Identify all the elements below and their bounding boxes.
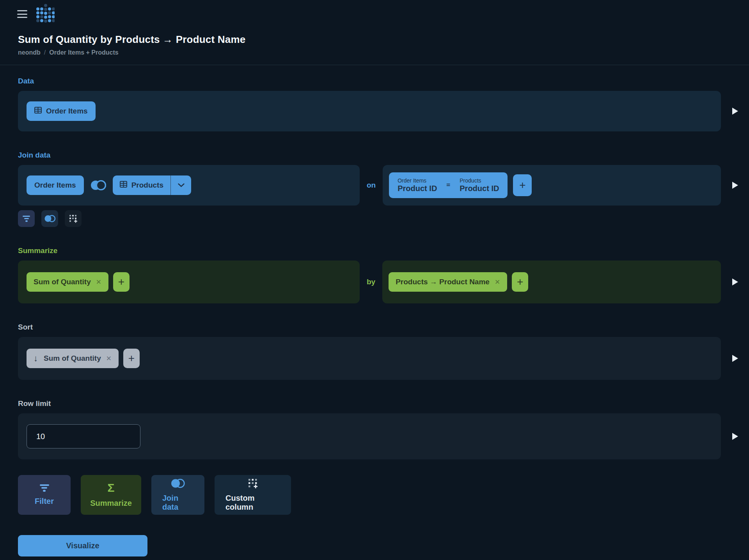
header: Sum of Quantity by Products → Product Na…	[0, 24, 749, 65]
play-icon	[732, 278, 738, 285]
join-right-table-label: Products	[131, 181, 163, 190]
visualize-label: Visualize	[66, 541, 99, 550]
row-limit-section-label: Row limit	[18, 399, 749, 408]
top-bar	[0, 0, 749, 24]
join-section-row: Order Items	[18, 165, 749, 206]
play-icon	[732, 355, 738, 362]
breadcrumb: neondb / Order Items + Products	[18, 49, 721, 56]
sort-direction-icon[interactable]: ↓	[34, 353, 38, 363]
join-action-label: Join data	[162, 494, 193, 512]
add-join-step-button[interactable]	[41, 210, 58, 227]
metric-chip[interactable]: Sum of Quantity ✕	[27, 272, 108, 292]
add-metric-button[interactable]: +	[113, 272, 130, 292]
row-limit-preview-button[interactable]	[721, 413, 749, 459]
row-limit-section-row	[18, 413, 749, 459]
data-section-row: Order Items	[18, 91, 749, 131]
sort-field-label: Sum of Quantity	[44, 354, 101, 363]
row-limit-input[interactable]	[27, 424, 140, 448]
condition-left-column: Product ID	[398, 184, 437, 193]
condition-left-table: Order Items	[398, 177, 437, 184]
join-icon	[44, 214, 56, 223]
breakout-chip[interactable]: Products → Product Name ✕	[389, 272, 507, 292]
summarize-breakout-card: Products → Product Name ✕ +	[382, 261, 721, 303]
summarize-action-label: Summarize	[90, 499, 132, 508]
metric-label: Sum of Quantity	[34, 278, 91, 286]
menu-icon[interactable]	[17, 10, 27, 18]
join-action-button[interactable]: Join data	[151, 475, 204, 515]
page-title: Sum of Quantity by Products → Product Na…	[18, 34, 721, 46]
summarize-action-button[interactable]: Σ Summarize	[81, 475, 141, 515]
remove-metric-icon[interactable]: ✕	[96, 278, 101, 286]
sort-section-row: ↓ Sum of Quantity ✕ +	[18, 337, 749, 380]
table-icon	[34, 107, 42, 115]
summarize-preview-button[interactable]	[721, 261, 749, 303]
condition-right-table: Products	[460, 177, 499, 184]
join-icon	[170, 478, 185, 489]
custom-column-icon	[248, 478, 258, 489]
custom-column-action-button[interactable]: Custom column	[215, 475, 291, 515]
custom-column-action-label: Custom column	[225, 494, 280, 512]
add-join-condition-button[interactable]: +	[513, 174, 532, 196]
sort-preview-button[interactable]	[721, 337, 749, 380]
sort-chip[interactable]: ↓ Sum of Quantity ✕	[27, 349, 119, 368]
join-section-label: Join data	[18, 151, 749, 159]
data-table-label: Order Items	[46, 107, 88, 115]
filter-icon	[23, 216, 30, 222]
play-icon	[732, 433, 738, 440]
add-breakout-button[interactable]: +	[512, 272, 528, 292]
join-tables-card: Order Items	[18, 165, 360, 206]
condition-operator: =	[446, 181, 450, 189]
metabase-logo-icon[interactable]	[35, 4, 55, 25]
sigma-icon: Σ	[107, 482, 114, 494]
data-section-label: Data	[18, 77, 749, 85]
remove-breakout-icon[interactable]: ✕	[495, 278, 500, 286]
join-table-dropdown-toggle[interactable]	[171, 175, 191, 195]
filter-action-button[interactable]: Filter	[18, 475, 71, 515]
play-icon	[732, 182, 738, 189]
row-limit-card	[18, 413, 721, 459]
play-icon	[732, 108, 738, 115]
breadcrumb-database[interactable]: neondb	[18, 49, 41, 56]
summarize-section-label: Summarize	[18, 246, 749, 255]
join-preview-button[interactable]	[721, 165, 749, 206]
join-right-table-button[interactable]: Products	[113, 175, 191, 195]
breadcrumb-table[interactable]: Order Items + Products	[49, 49, 118, 56]
condition-right-column: Product ID	[460, 184, 499, 193]
add-step-actions: Filter Σ Summarize Join data Custom colu…	[18, 475, 749, 515]
visualize-button[interactable]: Visualize	[18, 535, 147, 556]
filter-icon	[40, 484, 49, 492]
custom-column-icon	[69, 214, 78, 223]
join-condition-chip[interactable]: Order Items Product ID = Products Produc…	[389, 172, 508, 198]
add-filter-step-button[interactable]	[18, 210, 35, 227]
join-type-icon[interactable]	[90, 179, 107, 191]
join-left-table-label: Order Items	[34, 181, 76, 190]
table-icon	[120, 181, 127, 190]
data-card: Order Items	[18, 91, 721, 131]
summarize-by-label: by	[367, 278, 375, 286]
summarize-section-row: Sum of Quantity ✕ + by Products → Produc…	[18, 261, 749, 303]
add-custom-column-step-button[interactable]	[65, 210, 82, 227]
sort-card: ↓ Sum of Quantity ✕ +	[18, 337, 721, 380]
join-left-table-button[interactable]: Order Items	[27, 175, 84, 195]
chevron-down-icon	[178, 183, 185, 187]
join-step-actions	[18, 210, 749, 227]
summarize-metrics-card: Sum of Quantity ✕ +	[18, 261, 360, 303]
sort-section-label: Sort	[18, 323, 749, 331]
remove-sort-icon[interactable]: ✕	[106, 354, 112, 363]
data-preview-button[interactable]	[721, 91, 749, 131]
data-table-button[interactable]: Order Items	[27, 101, 96, 121]
add-sort-button[interactable]: +	[123, 349, 140, 368]
breakout-label: Products → Product Name	[396, 278, 490, 286]
join-condition-card: Order Items Product ID = Products Produc…	[383, 165, 721, 206]
breadcrumb-separator: /	[44, 49, 46, 56]
join-on-label: on	[367, 181, 376, 190]
filter-action-label: Filter	[35, 497, 54, 506]
